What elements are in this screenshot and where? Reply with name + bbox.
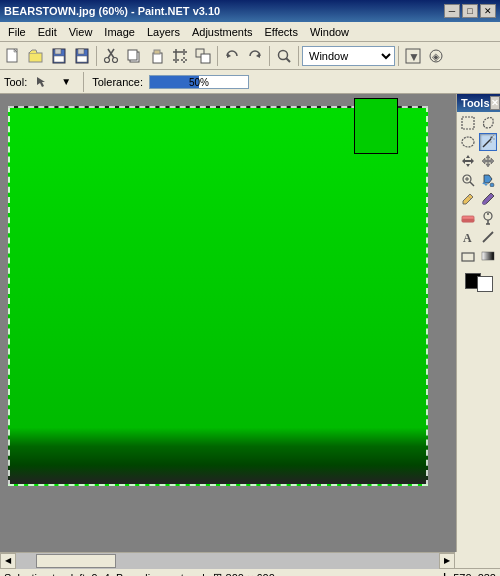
resize-button[interactable] [192, 45, 214, 67]
tolerance-control[interactable]: 50% [149, 75, 249, 89]
tolerance-value: 50% [150, 77, 248, 88]
menu-bar: File Edit View Image Layers Adjustments … [0, 22, 500, 42]
tool-selector[interactable] [33, 73, 51, 91]
svg-rect-47 [462, 219, 474, 222]
tool-rect-select[interactable] [459, 114, 477, 132]
save-as-button[interactable]: * [71, 45, 93, 67]
menu-window[interactable]: Window [304, 24, 355, 40]
scroll-left[interactable]: ◀ [0, 553, 16, 569]
tool-gradient[interactable] [479, 247, 497, 265]
color-extra-1[interactable]: ▼ [402, 45, 424, 67]
scroll-track-h[interactable] [16, 553, 439, 569]
menu-layers[interactable]: Layers [141, 24, 186, 40]
svg-rect-7 [78, 49, 84, 54]
cut-button[interactable] [100, 45, 122, 67]
svg-marker-25 [256, 53, 260, 58]
canvas-image[interactable] [8, 106, 428, 486]
canvas-container[interactable] [0, 94, 456, 552]
tool-ellipse-select[interactable] [459, 133, 477, 151]
status-dimensions-icon: ⊞ [213, 571, 222, 576]
tool-brush[interactable] [479, 190, 497, 208]
tools-panel: Tools ✕ [456, 94, 500, 552]
svg-marker-24 [227, 53, 231, 58]
zoom-tool-button[interactable] [273, 45, 295, 67]
svg-point-43 [490, 183, 494, 187]
background-color[interactable] [477, 276, 493, 292]
toolbar-sep-3 [269, 46, 270, 66]
horizontal-scrollbar[interactable]: ◀ ▶ [0, 552, 455, 568]
tool-text[interactable]: A [459, 228, 477, 246]
svg-rect-17 [154, 50, 160, 54]
toolbar-sep-1 [96, 46, 97, 66]
redo-button[interactable] [244, 45, 266, 67]
new-button[interactable] [2, 45, 24, 67]
tool-shapes[interactable] [459, 247, 477, 265]
tool-pencil[interactable] [459, 190, 477, 208]
window-select[interactable]: Window Fit to Window Actual Size [302, 46, 395, 66]
svg-rect-4 [55, 49, 61, 54]
tool-move-selection[interactable] [459, 152, 477, 170]
copy-button[interactable] [123, 45, 145, 67]
tools-panel-title: Tools ✕ [457, 94, 500, 112]
svg-rect-55 [482, 252, 494, 260]
open-button[interactable] [25, 45, 47, 67]
crop-button[interactable] [169, 45, 191, 67]
svg-rect-5 [54, 56, 64, 62]
tools-close-button[interactable]: ✕ [490, 96, 500, 110]
save-button[interactable] [48, 45, 70, 67]
svg-point-13 [113, 57, 118, 62]
menu-adjustments[interactable]: Adjustments [186, 24, 259, 40]
status-dimensions: 800 × 600 [226, 572, 275, 577]
main-area: Tools ✕ [0, 94, 500, 552]
tool-options-bar: Tool: ▼ Tolerance: 50% [0, 70, 500, 94]
tolerance-progress[interactable]: 50% [149, 75, 249, 89]
tool-zoom[interactable] [459, 171, 477, 189]
tool-label: Tool: [4, 76, 27, 88]
svg-point-12 [105, 57, 110, 62]
tolerance-label: Tolerance: [92, 76, 143, 88]
close-button[interactable]: ✕ [480, 4, 496, 18]
svg-text:◈: ◈ [432, 51, 440, 62]
svg-line-34 [483, 139, 491, 147]
tools-grid: A [457, 112, 500, 267]
tool-eraser[interactable] [459, 209, 477, 227]
toolbar-sep-5 [398, 46, 399, 66]
scroll-thumb-h[interactable] [36, 554, 116, 568]
svg-line-53 [483, 232, 493, 242]
svg-rect-32 [462, 117, 474, 129]
tool-paint-bucket[interactable] [479, 171, 497, 189]
svg-line-36 [492, 135, 494, 137]
svg-point-33 [462, 137, 474, 147]
minimize-button[interactable]: ─ [444, 4, 460, 18]
svg-rect-54 [462, 253, 474, 261]
tool-magic-wand[interactable] [479, 133, 497, 151]
tool-clone[interactable] [479, 209, 497, 227]
undo-button[interactable] [221, 45, 243, 67]
menu-file[interactable]: File [2, 24, 32, 40]
toolbar: * Window Fit to Window Actual Size ▼ [0, 42, 500, 70]
menu-image[interactable]: Image [98, 24, 141, 40]
paste-button[interactable] [146, 45, 168, 67]
menu-effects[interactable]: Effects [259, 24, 304, 40]
svg-line-27 [286, 58, 290, 62]
svg-rect-2 [29, 53, 42, 62]
color-extra-2[interactable]: ◈ [425, 45, 447, 67]
svg-point-45 [482, 202, 486, 205]
scroll-right[interactable]: ▶ [439, 553, 455, 569]
tool-sep-1 [83, 72, 84, 92]
window-controls: ─ □ ✕ [444, 4, 496, 18]
menu-edit[interactable]: Edit [32, 24, 63, 40]
tool-dropdown[interactable]: ▼ [57, 73, 75, 91]
tool-lasso[interactable] [479, 114, 497, 132]
status-cursor-icon: ✛ [440, 571, 449, 576]
status-cursor: 570, 232 [453, 572, 496, 577]
svg-text:A: A [463, 231, 472, 244]
tool-line[interactable] [479, 228, 497, 246]
menu-view[interactable]: View [63, 24, 99, 40]
tool-move[interactable] [479, 152, 497, 170]
svg-rect-15 [128, 50, 137, 60]
maximize-button[interactable]: □ [462, 4, 478, 18]
svg-point-51 [487, 213, 489, 215]
toolbar-sep-4 [298, 46, 299, 66]
svg-rect-23 [201, 54, 210, 63]
